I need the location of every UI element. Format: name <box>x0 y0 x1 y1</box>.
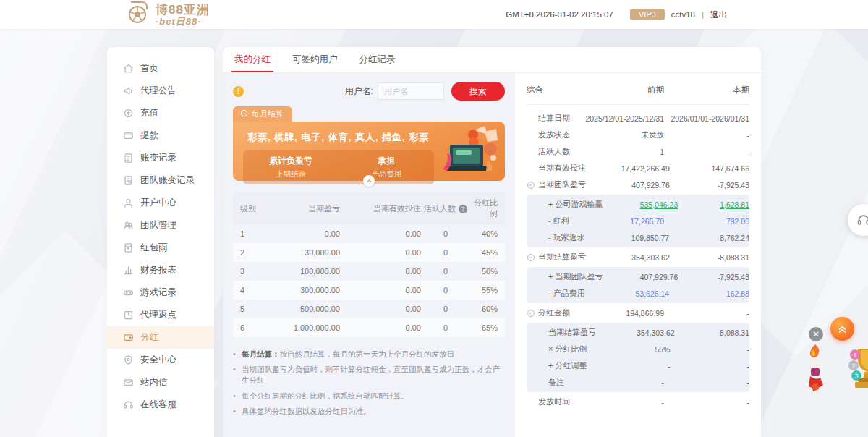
finance-report-icon <box>123 265 134 276</box>
home-icon <box>123 63 134 74</box>
username-input[interactable] <box>378 82 444 100</box>
trophy-rank-2: 2 <box>851 362 855 370</box>
soccer-ball-icon <box>127 1 151 28</box>
sidebar-item-team-records[interactable]: 团队账变记录 <box>107 169 214 192</box>
sidebar: 首页代理公告充值提款账变记录团队账变记录开户中心团队管理红包雨财务报表游戏记录代… <box>107 47 214 437</box>
banner-tag-label: 每月结算 <box>252 109 284 119</box>
panel-sub-block: 当期结算盈亏354,303.62-8,088.31× 分红比例55%-+ 分红调… <box>527 323 749 392</box>
panel-row-label: + 分红调整 <box>548 360 587 371</box>
dividend-summary-panel: 综合 前期 本期 结算日期2025/12/01-2025/12/312026/0… <box>515 73 761 437</box>
tier-table-row: 230,000.000.00045% <box>233 243 505 262</box>
panel-row: + 分红调整-- <box>527 357 749 374</box>
sidebar-item-inbox[interactable]: 站内信 <box>107 371 214 394</box>
sidebar-item-label: 代理返点 <box>140 309 176 321</box>
panel-row-label: 备注 <box>548 377 564 388</box>
back-to-top-button[interactable] <box>830 317 854 341</box>
account-center-icon <box>123 198 134 208</box>
sidebar-item-finance-report[interactable]: 财务报表 <box>107 259 214 281</box>
panel-value-prev: 194,866.99 <box>574 309 664 318</box>
header-time: GMT+8 2026-01-02 20:15:07 <box>506 10 613 19</box>
sidebar-item-agent-rebate[interactable]: 代理返点 <box>107 304 214 326</box>
note-item: 每月结算：按自然月结算，每月的第一天为上个月分红的发放日 <box>233 347 505 362</box>
sidebar-item-online-support[interactable]: 在线客服 <box>107 394 214 416</box>
tier-cell: 0.00 <box>340 286 421 294</box>
sidebar-item-account-records[interactable]: 账变记录 <box>107 147 214 169</box>
tier-cell: 1 <box>240 229 271 238</box>
panel-header-row: 综合 前期 本期 <box>527 83 749 105</box>
note-text: 每个分红周期的分红比例，据系统自动匹配计算。 <box>242 391 409 400</box>
tier-cell: 5 <box>240 305 271 313</box>
panel-value-cur: 2026/01/01-2026/01/31 <box>664 114 749 123</box>
tab-signable-users[interactable]: 可签约用户 <box>292 47 338 72</box>
banner-cell-left: 累计负盈亏 上期结余 <box>243 155 339 179</box>
page-background: 博88亚洲 -bet日88- GMT+8 2026-01-02 20:15:07… <box>0 0 868 437</box>
panel-value-cur: -8,088.31 <box>670 253 749 262</box>
trophy-rank-3: 3 <box>854 373 858 380</box>
close-promo-button[interactable]: ✕ <box>809 327 823 341</box>
panel-row: 当期结算盈亏354,303.62-8,088.31 <box>527 324 749 341</box>
tier-cell: 0 <box>421 286 470 294</box>
sidebar-item-team-manage[interactable]: 团队管理 <box>107 214 214 237</box>
promo-trophy-icon[interactable]: 1 2 3 <box>848 346 868 394</box>
panel-row: 备注-- <box>527 374 749 391</box>
dividend-notes: 每月结算：按自然月结算，每月的第一天为上个月分红的发放日当期团队盈亏为负值时，则… <box>233 347 505 419</box>
dividend-icon <box>123 332 134 343</box>
collapse-minus-icon[interactable] <box>527 253 535 262</box>
panel-col-label: 综合 <box>527 85 543 96</box>
panel-row: 活跃人数1- <box>527 143 749 160</box>
tab-bar: 我的分红可签约用户分红记录 <box>223 47 761 73</box>
collapse-minus-icon[interactable] <box>527 181 535 190</box>
note-text: 按自然月结算，每月的第一天为上个月分红的发放日 <box>280 349 455 358</box>
panel-value-cur: - <box>664 131 749 140</box>
tier-cell: 300,000.00 <box>271 286 340 294</box>
warning-icon[interactable]: ! <box>233 86 244 97</box>
main-layout: 首页代理公告充值提款账变记录团队账变记录开户中心团队管理红包雨财务报表游戏记录代… <box>0 29 868 437</box>
game-records-icon <box>123 287 134 298</box>
panel-value-prev[interactable]: 535,046.23 <box>603 200 678 209</box>
tier-cell: 0 <box>421 323 470 332</box>
search-button[interactable]: 搜索 <box>451 82 505 101</box>
team-records-icon <box>123 175 134 186</box>
promo-mascot-icon[interactable] <box>801 343 829 401</box>
tier-cell: 100,000.00 <box>271 267 340 276</box>
note-item: 每个分红周期的分红比例，据系统自动匹配计算。 <box>233 389 505 404</box>
panel-value-cur: - <box>664 148 749 156</box>
tab-dividend-records[interactable]: 分红记录 <box>359 47 396 72</box>
sidebar-item-red-packet[interactable]: 红包雨 <box>107 237 214 259</box>
panel-row: 发放时间-- <box>527 394 749 410</box>
sidebar-item-dividend[interactable]: 分红 <box>107 326 214 349</box>
panel-value-prev: 407,929.76 <box>603 273 678 281</box>
banner-collapse-toggle[interactable] <box>363 175 375 187</box>
sidebar-item-label: 充值 <box>140 107 158 119</box>
panel-row-label: + 公司游戏输赢 <box>548 199 603 210</box>
tier-col-header: 活跃人数? <box>421 203 470 214</box>
sidebar-item-agent-notice[interactable]: 代理公告 <box>107 80 214 102</box>
panel-value-cur: -8,088.31 <box>675 328 749 337</box>
panel-row-label: 当期结算盈亏 <box>538 252 586 263</box>
account-records-icon <box>123 153 134 164</box>
sidebar-item-game-records[interactable]: 游戏记录 <box>107 281 214 304</box>
sidebar-item-deposit[interactable]: 充值 <box>107 102 214 124</box>
logout-link[interactable]: 退出 <box>710 9 727 20</box>
sidebar-item-security-center[interactable]: 安全中心 <box>107 349 214 371</box>
tier-cell: 3 <box>240 267 271 276</box>
sidebar-item-label: 代理公告 <box>140 85 176 97</box>
sidebar-item-label: 团队账变记录 <box>140 174 195 187</box>
collapse-minus-icon[interactable] <box>527 309 535 318</box>
sidebar-item-label: 账变记录 <box>140 152 176 164</box>
sidebar-item-account-center[interactable]: 开户中心 <box>107 192 214 214</box>
panel-value-prev: - <box>574 398 664 407</box>
panel-row: - 玩家返水109,850.778,762.24 <box>527 229 749 246</box>
panel-sub-block: + 当期团队盈亏407,929.76-7,925.43- 产品费用53,626.… <box>527 267 749 303</box>
panel-row: + 当期团队盈亏407,929.76-7,925.43 <box>527 268 749 285</box>
panel-value-cur[interactable]: 1,628.81 <box>678 200 749 209</box>
header-username[interactable]: cctv18 <box>671 10 695 19</box>
site-logo[interactable]: 博88亚洲 -bet日88- <box>127 1 210 28</box>
sidebar-item-withdraw[interactable]: 提款 <box>107 124 214 147</box>
help-icon[interactable]: ? <box>459 205 467 213</box>
tier-cell: 0.00 <box>340 323 421 332</box>
tab-my-dividend[interactable]: 我的分红 <box>234 47 271 72</box>
sidebar-item-home[interactable]: 首页 <box>107 57 214 80</box>
logo-line2: -bet日88- <box>156 17 210 26</box>
banner-left-sub: 上期结余 <box>243 169 339 179</box>
